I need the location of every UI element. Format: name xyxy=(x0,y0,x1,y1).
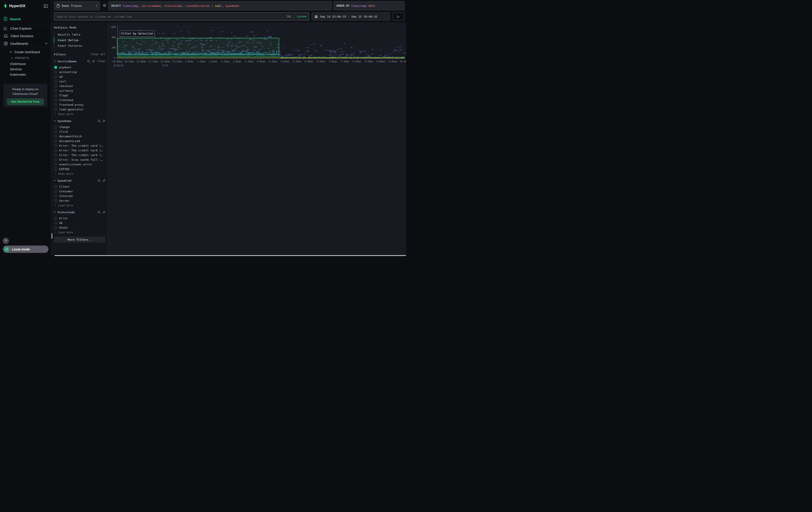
search-icon[interactable] xyxy=(97,119,100,123)
analysis-mode-event-deltas[interactable]: Event Deltas xyxy=(54,37,106,43)
order-by-input[interactable]: ORDER BY Timestamp DESC xyxy=(334,1,404,10)
select-clause-input[interactable]: SELECT Timestamp, ServiceName, StatusCod… xyxy=(108,1,332,10)
chevron-down-icon[interactable] xyxy=(54,211,56,213)
filter-option-cart[interactable]: cart xyxy=(54,79,106,84)
filter-option-accounting[interactable]: accounting xyxy=(54,70,106,74)
help-button[interactable]: ? xyxy=(3,238,9,244)
filter-option-error-visa-cache-full-[interactable]: Error: Visa cache full: … xyxy=(54,157,106,162)
filter-option-expire[interactable]: EXPIRE xyxy=(54,167,106,171)
checkbox[interactable] xyxy=(54,135,57,138)
show-more-button[interactable]: ›Show more xyxy=(54,171,106,176)
load-more-button[interactable]: ›Load more xyxy=(54,203,106,208)
chevron-down-icon[interactable] xyxy=(54,60,56,62)
checkbox[interactable] xyxy=(54,140,57,142)
collapse-sidebar-icon[interactable] xyxy=(44,4,48,8)
checkbox-checked[interactable]: ✓ xyxy=(54,66,57,69)
filter-option-payment[interactable]: ✓payment xyxy=(54,65,106,70)
preset-clickhouse[interactable]: ClickHouse xyxy=(0,61,51,66)
clear-all-button[interactable]: Clear all xyxy=(91,53,106,56)
checkbox[interactable] xyxy=(54,185,57,188)
filter-option-unset[interactable]: Unset xyxy=(54,225,106,230)
filter-option-load-generator[interactable]: load-generator xyxy=(54,107,106,112)
search-input[interactable] xyxy=(54,12,309,21)
filter-option-client[interactable]: Client xyxy=(54,184,106,189)
create-dashboard-button[interactable]: + Create Dashboard xyxy=(0,49,51,55)
chevron-down-icon[interactable] xyxy=(54,180,56,182)
filter-option-frontend[interactable]: frontend xyxy=(54,98,106,102)
sidebar-item-dashboards[interactable]: Dashboards xyxy=(0,40,51,47)
filter-option-documentfetch[interactable]: documentFetch xyxy=(54,134,106,139)
lucene-toggle[interactable]: Lucene xyxy=(297,15,307,18)
checkbox[interactable] xyxy=(54,154,57,157)
filter-option-error-the-credit-card-[interactable]: Error: The credit card (… xyxy=(54,153,106,157)
checkbox[interactable] xyxy=(54,221,57,224)
presets-toggle[interactable]: PRESETS xyxy=(0,55,51,61)
filter-by-selection-button[interactable]: Filter by Selection xyxy=(120,30,154,37)
pin-icon[interactable] xyxy=(103,119,106,123)
load-more-button[interactable]: ›Load more xyxy=(54,230,106,235)
preset-kubernetes[interactable]: Kubernetes xyxy=(0,72,51,77)
clear-filter-button[interactable]: Clear xyxy=(97,60,106,63)
checkbox[interactable] xyxy=(54,75,57,78)
run-query-button[interactable]: ▷ xyxy=(393,12,404,21)
checkbox[interactable] xyxy=(54,126,57,129)
local-mode-button[interactable]: U Local mode › xyxy=(3,246,49,253)
search-icon[interactable] xyxy=(97,211,100,214)
time-range-picker[interactable]: Sep 14 22:04:35 - Sep 15 10:04:35 xyxy=(312,12,390,21)
panel-scrollbar-thumb[interactable] xyxy=(51,233,53,239)
filter-option-ok[interactable]: Ok xyxy=(54,221,106,225)
filter-option-eventlistener-error[interactable]: eventListener.error xyxy=(54,162,106,167)
filter-option-consumer[interactable]: Consumer xyxy=(54,189,106,194)
sidebar-item-search[interactable]: Search xyxy=(0,16,51,22)
checkbox[interactable] xyxy=(54,144,57,147)
sidebar-item-client-sessions[interactable]: Client Sessions xyxy=(0,32,51,39)
checkbox[interactable] xyxy=(54,108,57,111)
checkbox[interactable] xyxy=(54,80,57,83)
filter-option-error-the-credit-card-[interactable]: Error: The credit card (… xyxy=(54,143,106,148)
checkbox[interactable] xyxy=(54,217,57,220)
filter-option-frontend-proxy[interactable]: frontend-proxy xyxy=(54,102,106,107)
filter-option-server[interactable]: Server xyxy=(54,198,106,203)
checkbox[interactable] xyxy=(54,85,57,87)
filter-option-click[interactable]: click xyxy=(54,129,106,134)
checkbox[interactable] xyxy=(54,168,57,170)
analysis-mode-results-table[interactable]: Results Table xyxy=(54,32,106,37)
chevron-down-icon[interactable] xyxy=(54,120,56,122)
checkbox[interactable] xyxy=(54,226,57,229)
pin-icon[interactable] xyxy=(103,211,106,214)
get-started-button[interactable]: Get Started for Free xyxy=(7,99,44,105)
filter-option-ad[interactable]: ad xyxy=(54,74,106,79)
search-icon[interactable] xyxy=(97,179,100,182)
filter-option-checkout[interactable]: checkout xyxy=(54,84,106,88)
analysis-mode-event-patterns[interactable]: Event Patterns xyxy=(54,43,106,49)
checkbox[interactable] xyxy=(54,71,57,74)
filter-option-flagd[interactable]: flagd xyxy=(54,93,106,98)
data-source-select[interactable]: Demo Traces xyxy=(54,1,100,10)
filter-option-documentload[interactable]: documentLoad xyxy=(54,139,106,143)
checkbox[interactable] xyxy=(54,89,57,92)
checkbox[interactable] xyxy=(54,190,57,193)
checkbox[interactable] xyxy=(54,194,57,197)
horizontal-scrollbar[interactable] xyxy=(55,255,406,256)
search-icon[interactable] xyxy=(87,60,90,63)
sql-toggle[interactable]: SQL xyxy=(287,15,292,18)
show-more-button[interactable]: ›Show more xyxy=(54,112,106,116)
checkbox[interactable] xyxy=(54,199,57,202)
checkbox[interactable] xyxy=(54,130,57,133)
preset-services[interactable]: Services xyxy=(0,66,51,72)
checkbox[interactable] xyxy=(54,94,57,97)
gear-icon[interactable]: ⚙ xyxy=(102,3,107,8)
checkbox[interactable] xyxy=(54,158,57,161)
checkbox[interactable] xyxy=(54,99,57,102)
sidebar-item-chart-explorer[interactable]: Chart Explorer xyxy=(0,25,51,32)
filter-option-internal[interactable]: Internal xyxy=(54,194,106,198)
filter-option-change[interactable]: change xyxy=(54,125,106,129)
pin-icon[interactable] xyxy=(103,179,106,182)
more-filters-button[interactable]: More filters⌄ xyxy=(54,237,106,243)
filter-option-error[interactable]: Error xyxy=(54,216,106,221)
checkbox[interactable] xyxy=(54,163,57,166)
checkbox[interactable] xyxy=(54,103,57,106)
filter-option-error-the-credit-card-[interactable]: Error: The credit card (… xyxy=(54,148,106,153)
checkbox[interactable] xyxy=(54,149,57,152)
filter-option-currency[interactable]: currency xyxy=(54,88,106,93)
